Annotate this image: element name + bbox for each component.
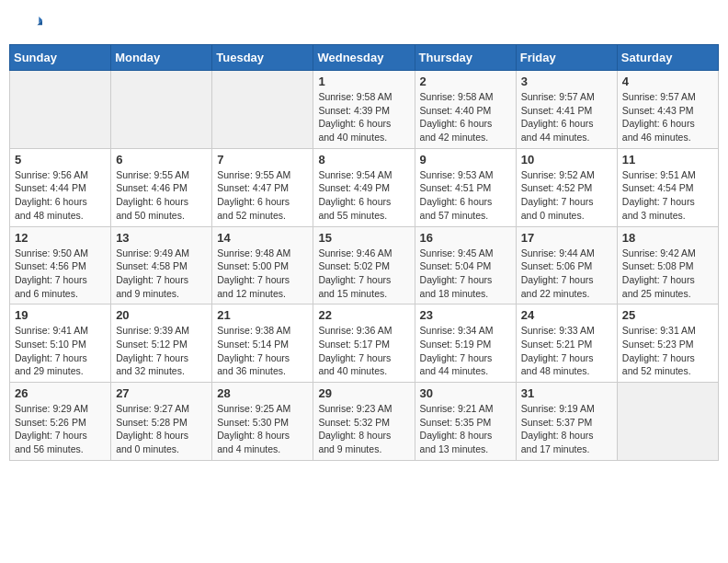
calendar-body: 1Sunrise: 9:58 AMSunset: 4:39 PMDaylight… xyxy=(10,71,719,461)
day-number: 5 xyxy=(15,153,106,167)
calendar-week-row: 1Sunrise: 9:58 AMSunset: 4:39 PMDaylight… xyxy=(10,71,719,149)
day-number: 8 xyxy=(318,153,409,167)
day-number: 13 xyxy=(116,231,207,245)
calendar-day-cell: 6Sunrise: 9:55 AMSunset: 4:46 PMDaylight… xyxy=(111,148,212,226)
calendar-day-cell: 17Sunrise: 9:44 AMSunset: 5:06 PMDayligh… xyxy=(516,226,617,304)
day-number: 29 xyxy=(318,386,409,400)
day-number: 17 xyxy=(521,231,612,245)
day-number: 28 xyxy=(217,386,308,400)
calendar-day-cell: 8Sunrise: 9:54 AMSunset: 4:49 PMDaylight… xyxy=(313,148,415,226)
day-of-week-header: Wednesday xyxy=(313,45,415,71)
day-info: Sunrise: 9:36 AMSunset: 5:17 PMDaylight:… xyxy=(318,324,409,378)
calendar-day-cell: 2Sunrise: 9:58 AMSunset: 4:40 PMDaylight… xyxy=(415,71,516,149)
day-number: 20 xyxy=(116,308,207,322)
day-info: Sunrise: 9:54 AMSunset: 4:49 PMDaylight:… xyxy=(318,168,409,223)
day-number: 14 xyxy=(217,231,308,245)
calendar-header: SundayMondayTuesdayWednesdayThursdayFrid… xyxy=(10,45,719,71)
logo-icon xyxy=(22,17,42,37)
day-info: Sunrise: 9:39 AMSunset: 5:12 PMDaylight:… xyxy=(116,324,207,378)
day-of-week-header: Friday xyxy=(516,45,617,71)
days-of-week-row: SundayMondayTuesdayWednesdayThursdayFrid… xyxy=(10,45,719,71)
day-number: 6 xyxy=(116,153,207,167)
day-number: 9 xyxy=(420,153,511,167)
day-number: 12 xyxy=(15,231,106,245)
calendar-day-cell: 31Sunrise: 9:19 AMSunset: 5:37 PMDayligh… xyxy=(516,383,617,461)
day-number: 2 xyxy=(420,75,511,88)
day-info: Sunrise: 9:58 AMSunset: 4:40 PMDaylight:… xyxy=(420,90,511,144)
calendar-day-cell: 10Sunrise: 9:52 AMSunset: 4:52 PMDayligh… xyxy=(516,148,617,226)
day-info: Sunrise: 9:58 AMSunset: 4:39 PMDaylight:… xyxy=(318,90,409,144)
calendar-day-cell: 26Sunrise: 9:29 AMSunset: 5:26 PMDayligh… xyxy=(10,383,111,461)
day-number: 7 xyxy=(217,153,308,167)
day-info: Sunrise: 9:46 AMSunset: 5:02 PMDaylight:… xyxy=(318,247,409,301)
day-number: 30 xyxy=(420,386,511,400)
day-number: 4 xyxy=(622,75,713,88)
calendar-day-cell: 18Sunrise: 9:42 AMSunset: 5:08 PMDayligh… xyxy=(617,226,718,304)
day-info: Sunrise: 9:53 AMSunset: 4:51 PMDaylight:… xyxy=(420,168,511,223)
calendar-day-cell: 13Sunrise: 9:49 AMSunset: 4:58 PMDayligh… xyxy=(111,226,212,304)
calendar-day-cell: 1Sunrise: 9:58 AMSunset: 4:39 PMDaylight… xyxy=(313,71,415,149)
calendar-day-cell: 22Sunrise: 9:36 AMSunset: 5:17 PMDayligh… xyxy=(313,304,415,383)
day-info: Sunrise: 9:50 AMSunset: 4:56 PMDaylight:… xyxy=(15,247,106,301)
day-number: 16 xyxy=(420,231,511,245)
calendar-day-cell: 27Sunrise: 9:27 AMSunset: 5:28 PMDayligh… xyxy=(111,383,212,461)
calendar-day-cell: 15Sunrise: 9:46 AMSunset: 5:02 PMDayligh… xyxy=(313,226,415,304)
calendar-day-cell: 11Sunrise: 9:51 AMSunset: 4:54 PMDayligh… xyxy=(617,148,718,226)
day-number: 21 xyxy=(217,308,308,322)
calendar-table: SundayMondayTuesdayWednesdayThursdayFrid… xyxy=(9,44,719,461)
calendar-week-row: 5Sunrise: 9:56 AMSunset: 4:44 PMDaylight… xyxy=(10,148,719,226)
calendar-day-cell: 29Sunrise: 9:23 AMSunset: 5:32 PMDayligh… xyxy=(313,383,415,461)
calendar-day-cell: 21Sunrise: 9:38 AMSunset: 5:14 PMDayligh… xyxy=(212,304,313,383)
day-info: Sunrise: 9:41 AMSunset: 5:10 PMDaylight:… xyxy=(15,324,106,378)
calendar-day-cell: 25Sunrise: 9:31 AMSunset: 5:23 PMDayligh… xyxy=(617,304,718,383)
day-info: Sunrise: 9:33 AMSunset: 5:21 PMDaylight:… xyxy=(521,324,612,378)
calendar-day-cell: 19Sunrise: 9:41 AMSunset: 5:10 PMDayligh… xyxy=(10,304,111,383)
calendar-day-cell: 7Sunrise: 9:55 AMSunset: 4:47 PMDaylight… xyxy=(212,148,313,226)
calendar-day-cell: 4Sunrise: 9:57 AMSunset: 4:43 PMDaylight… xyxy=(617,71,718,149)
day-info: Sunrise: 9:45 AMSunset: 5:04 PMDaylight:… xyxy=(420,247,511,301)
calendar-day-cell: 3Sunrise: 9:57 AMSunset: 4:41 PMDaylight… xyxy=(516,71,617,149)
day-number: 22 xyxy=(318,308,409,322)
day-of-week-header: Monday xyxy=(111,45,212,71)
day-info: Sunrise: 9:51 AMSunset: 4:54 PMDaylight:… xyxy=(622,168,713,223)
calendar-day-cell: 5Sunrise: 9:56 AMSunset: 4:44 PMDaylight… xyxy=(10,148,111,226)
logo xyxy=(18,17,44,37)
day-number: 24 xyxy=(521,308,612,322)
day-number: 25 xyxy=(622,308,713,322)
day-number: 26 xyxy=(15,386,106,400)
day-info: Sunrise: 9:55 AMSunset: 4:47 PMDaylight:… xyxy=(217,168,308,223)
calendar-day-cell: 30Sunrise: 9:21 AMSunset: 5:35 PMDayligh… xyxy=(415,383,516,461)
day-info: Sunrise: 9:27 AMSunset: 5:28 PMDaylight:… xyxy=(116,402,207,456)
day-of-week-header: Saturday xyxy=(617,45,718,71)
calendar-day-cell: 9Sunrise: 9:53 AMSunset: 4:51 PMDaylight… xyxy=(415,148,516,226)
day-info: Sunrise: 9:29 AMSunset: 5:26 PMDaylight:… xyxy=(15,402,106,456)
page-header xyxy=(9,9,719,37)
day-number: 18 xyxy=(622,231,713,245)
day-info: Sunrise: 9:34 AMSunset: 5:19 PMDaylight:… xyxy=(420,324,511,378)
day-number: 19 xyxy=(15,308,106,322)
day-of-week-header: Sunday xyxy=(10,45,111,71)
day-number: 15 xyxy=(318,231,409,245)
day-info: Sunrise: 9:57 AMSunset: 4:43 PMDaylight:… xyxy=(622,90,713,144)
calendar-day-cell: 24Sunrise: 9:33 AMSunset: 5:21 PMDayligh… xyxy=(516,304,617,383)
day-info: Sunrise: 9:49 AMSunset: 4:58 PMDaylight:… xyxy=(116,247,207,301)
calendar-day-cell xyxy=(212,71,313,149)
calendar-day-cell: 16Sunrise: 9:45 AMSunset: 5:04 PMDayligh… xyxy=(415,226,516,304)
day-info: Sunrise: 9:38 AMSunset: 5:14 PMDaylight:… xyxy=(217,324,308,378)
calendar-day-cell xyxy=(111,71,212,149)
day-info: Sunrise: 9:31 AMSunset: 5:23 PMDaylight:… xyxy=(622,324,713,378)
calendar-week-row: 19Sunrise: 9:41 AMSunset: 5:10 PMDayligh… xyxy=(10,304,719,383)
day-number: 31 xyxy=(521,386,612,400)
day-info: Sunrise: 9:57 AMSunset: 4:41 PMDaylight:… xyxy=(521,90,612,144)
day-info: Sunrise: 9:48 AMSunset: 5:00 PMDaylight:… xyxy=(217,247,308,301)
day-info: Sunrise: 9:23 AMSunset: 5:32 PMDaylight:… xyxy=(318,402,409,456)
day-info: Sunrise: 9:56 AMSunset: 4:44 PMDaylight:… xyxy=(15,168,106,223)
calendar-day-cell xyxy=(10,71,111,149)
calendar-day-cell: 14Sunrise: 9:48 AMSunset: 5:00 PMDayligh… xyxy=(212,226,313,304)
day-number: 10 xyxy=(521,153,612,167)
day-number: 23 xyxy=(420,308,511,322)
calendar-day-cell: 28Sunrise: 9:25 AMSunset: 5:30 PMDayligh… xyxy=(212,383,313,461)
day-number: 1 xyxy=(318,75,409,88)
calendar-day-cell: 20Sunrise: 9:39 AMSunset: 5:12 PMDayligh… xyxy=(111,304,212,383)
day-info: Sunrise: 9:21 AMSunset: 5:35 PMDaylight:… xyxy=(420,402,511,456)
